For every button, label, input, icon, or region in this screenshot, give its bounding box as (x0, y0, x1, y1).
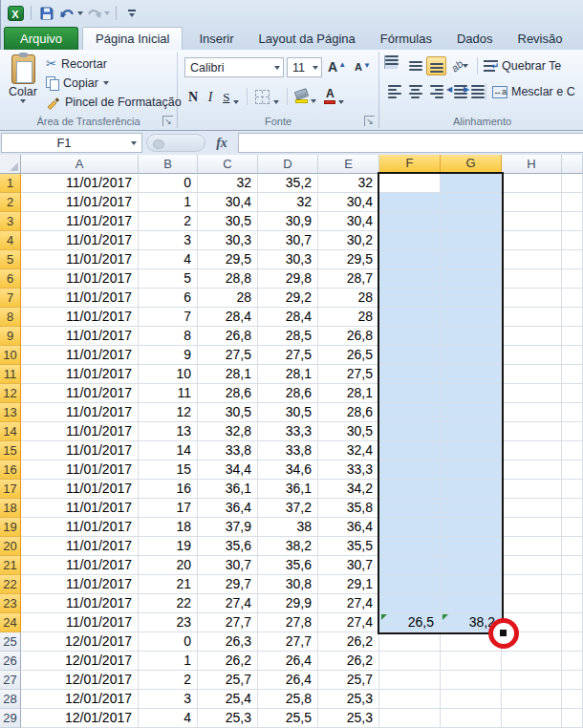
cell-A5[interactable]: 11/01/2017 (21, 250, 139, 269)
cell-I29[interactable] (562, 709, 583, 728)
cell-H29[interactable] (502, 709, 562, 728)
cell-H16[interactable] (502, 460, 562, 480)
cell-D29[interactable]: 25,5 (258, 709, 318, 728)
underline-button[interactable]: S (219, 88, 243, 106)
cell-C17[interactable]: 36,1 (198, 480, 258, 499)
cell-C24[interactable]: 27,7 (198, 613, 258, 632)
cell-I26[interactable] (562, 652, 583, 671)
cell-D6[interactable]: 29,8 (258, 269, 318, 289)
cell-F15[interactable] (379, 441, 441, 460)
cell-B1[interactable]: 0 (139, 174, 198, 193)
cell-E8[interactable]: 28 (318, 308, 379, 327)
app-menu-button[interactable]: X (6, 3, 25, 24)
cell-H1[interactable] (502, 174, 562, 193)
cell-I2[interactable] (562, 193, 583, 212)
cell-B10[interactable]: 9 (139, 346, 198, 365)
clipboard-dialog-launcher-icon[interactable]: ↘ (162, 116, 173, 126)
cell-F14[interactable] (379, 422, 441, 441)
row-header-10[interactable]: 10 (0, 346, 21, 365)
cell-I22[interactable] (562, 575, 583, 594)
cell-A15[interactable]: 11/01/2017 (21, 441, 139, 460)
cell-F11[interactable] (379, 365, 441, 384)
font-dialog-launcher-icon[interactable]: ↘ (364, 116, 375, 126)
cell-E25[interactable]: 26,2 (318, 632, 379, 652)
select-all-corner[interactable] (0, 155, 21, 174)
cell-E21[interactable]: 30,7 (318, 556, 379, 575)
cell-B8[interactable]: 7 (139, 308, 198, 327)
cell-E13[interactable]: 28,6 (318, 403, 379, 422)
cell-B24[interactable]: 23 (139, 613, 198, 632)
cell-F25[interactable] (379, 632, 441, 652)
cell-F9[interactable] (379, 327, 441, 346)
cell-F19[interactable] (379, 518, 441, 537)
cell-I17[interactable] (562, 480, 583, 499)
cell-C12[interactable]: 28,6 (198, 384, 258, 403)
cell-H4[interactable] (502, 231, 562, 250)
cell-I1[interactable] (562, 174, 583, 193)
tab-layout-da-página[interactable]: Layout da Página (247, 28, 368, 50)
row-header-9[interactable]: 9 (0, 327, 21, 346)
cell-A27[interactable]: 12/01/2017 (21, 671, 139, 690)
cell-G11[interactable] (441, 365, 502, 384)
row-header-17[interactable]: 17 (0, 480, 21, 499)
cell-G5[interactable] (441, 250, 502, 269)
cell-D11[interactable]: 28,1 (258, 365, 318, 384)
cell-D19[interactable]: 38 (258, 518, 318, 537)
cell-H21[interactable] (502, 556, 562, 575)
cell-A3[interactable]: 11/01/2017 (21, 212, 139, 231)
cell-B28[interactable]: 3 (139, 690, 198, 709)
undo-dropdown-arrow[interactable] (77, 11, 83, 15)
cell-C14[interactable]: 32,8 (198, 422, 258, 441)
cell-G2[interactable] (441, 193, 502, 212)
cell-H9[interactable] (502, 327, 562, 346)
cell-H26[interactable] (502, 652, 562, 671)
cell-A24[interactable]: 11/01/2017 (21, 613, 139, 632)
cell-D10[interactable]: 27,5 (258, 346, 318, 365)
cell-I13[interactable] (562, 403, 583, 422)
cell-F3[interactable] (379, 212, 441, 231)
cell-F23[interactable] (379, 594, 441, 613)
cell-I3[interactable] (562, 212, 583, 231)
tab-revisão[interactable]: Revisão (506, 28, 575, 50)
cell-F10[interactable] (379, 346, 441, 365)
row-header-5[interactable]: 5 (0, 250, 21, 269)
cell-C19[interactable]: 37,9 (198, 518, 258, 537)
row-header-28[interactable]: 28 (0, 690, 21, 709)
cell-B4[interactable]: 3 (139, 231, 198, 250)
cell-I11[interactable] (562, 365, 583, 384)
column-header-D[interactable]: D (258, 155, 318, 174)
cell-E16[interactable]: 33,3 (318, 460, 379, 480)
cell-G28[interactable] (441, 690, 502, 709)
cell-B18[interactable]: 17 (139, 499, 198, 518)
cell-C18[interactable]: 36,4 (198, 499, 258, 518)
cell-D7[interactable]: 29,2 (258, 289, 318, 308)
cell-H8[interactable] (502, 308, 562, 327)
increase-indent-button[interactable]: ▶ (464, 82, 481, 101)
row-header-26[interactable]: 26 (0, 652, 21, 671)
cell-E5[interactable]: 29,5 (318, 250, 379, 269)
cell-B26[interactable]: 1 (139, 652, 198, 671)
cell-H20[interactable] (502, 537, 562, 556)
column-header-H[interactable]: H (502, 155, 562, 174)
cell-D14[interactable]: 33,3 (258, 422, 318, 441)
cell-G1[interactable] (441, 174, 502, 193)
cell-G21[interactable] (441, 556, 502, 575)
undo-button[interactable] (59, 3, 83, 24)
cell-D24[interactable]: 27,8 (258, 613, 318, 632)
decrease-font-size-button[interactable]: A▼ (352, 61, 374, 74)
cell-D26[interactable]: 26,4 (258, 652, 318, 671)
cell-G14[interactable] (441, 422, 502, 441)
cell-A21[interactable]: 11/01/2017 (21, 556, 139, 575)
row-header-13[interactable]: 13 (0, 403, 21, 422)
cell-A12[interactable]: 11/01/2017 (21, 384, 139, 403)
font-color-dropdown-arrow[interactable] (338, 100, 344, 104)
row-header-23[interactable]: 23 (0, 594, 21, 613)
cell-A13[interactable]: 11/01/2017 (21, 403, 139, 422)
cell-D22[interactable]: 30,8 (258, 575, 318, 594)
font-color-button[interactable]: A (320, 87, 348, 106)
cell-A28[interactable]: 12/01/2017 (21, 690, 139, 709)
cell-D13[interactable]: 30,5 (258, 403, 318, 422)
cell-I21[interactable] (562, 556, 583, 575)
column-header-F[interactable]: F (379, 155, 441, 174)
row-header-22[interactable]: 22 (0, 575, 21, 594)
